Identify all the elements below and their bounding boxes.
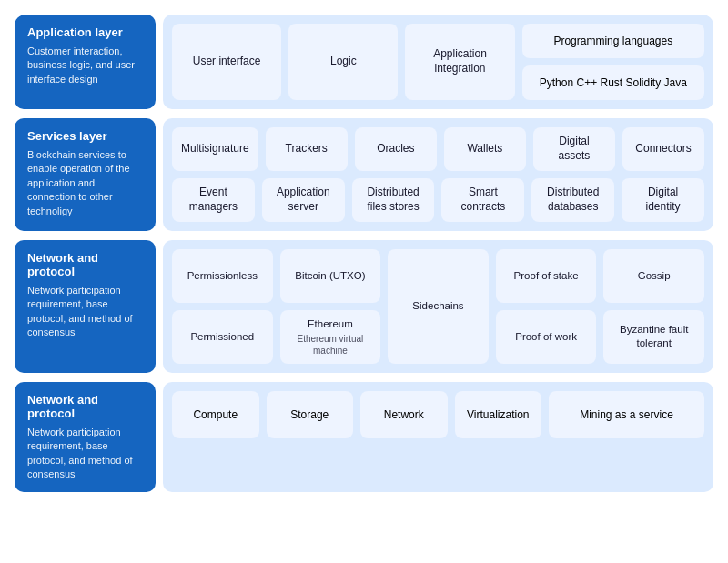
cell-virtualization: Virtualization — [455, 391, 542, 438]
cell-event-managers: Event managers — [172, 178, 255, 222]
services-row2: Event managers Application server Distri… — [172, 178, 704, 222]
services-layer-content: Multisignature Trackers Oracles Wallets … — [163, 118, 713, 231]
cell-ethereum: Ethereum Ethereum virtual machine — [280, 310, 381, 364]
network-protocol-title: Network and protocol — [27, 251, 143, 278]
application-layer-desc: Customer interaction, business logic, an… — [27, 45, 143, 86]
infrastructure-layer-content: Compute Storage Network Virtualization M… — [163, 382, 713, 493]
infrastructure-layer-row: Network and protocol Network participati… — [15, 382, 713, 493]
network-protocol-content: Permissionless Bitcoin (UTXO) Sidechains… — [163, 240, 713, 373]
cell-application-server: Application server — [262, 178, 345, 222]
cell-storage: Storage — [267, 391, 354, 438]
services-layer-desc: Blockchain services to enable operation … — [27, 148, 143, 218]
cell-ethereum-sub: Ethereum virtual machine — [286, 333, 376, 357]
cell-distributed-files: Distributed files stores — [352, 178, 435, 222]
cell-permissionless: Permissionless — [172, 249, 273, 303]
cell-mining-as-a-service: Mining as a service — [549, 391, 704, 438]
services-row1: Multisignature Trackers Oracles Wallets … — [172, 127, 704, 171]
cell-byzantine-fault: Byzantine fault tolerant — [603, 310, 704, 364]
infrastructure-layer-desc: Network participation requirement, base … — [27, 426, 143, 482]
blockchain-diagram: Application layer Customer interaction, … — [15, 15, 713, 501]
cell-logic: Logic — [288, 24, 398, 100]
network-protocol-layer-row: Network and protocol Network participati… — [15, 240, 713, 373]
cell-network: Network — [360, 391, 448, 438]
infrastructure-layer-label: Network and protocol Network participati… — [15, 382, 156, 493]
application-layer-label: Application layer Customer interaction, … — [15, 15, 156, 109]
cell-digital-assets: Digital assets — [533, 127, 615, 171]
cell-proof-of-work: Proof of work — [496, 310, 597, 364]
app-languages-container: Programming languages Python C++ Rust So… — [522, 24, 704, 100]
cell-wallets: Wallets — [444, 127, 526, 171]
cell-ethereum-main: Ethereum — [308, 317, 353, 331]
application-layer-row: Application layer Customer interaction, … — [15, 15, 713, 109]
network-protocol-grid: Permissionless Bitcoin (UTXO) Sidechains… — [172, 249, 704, 364]
services-layer-row: Services layer Blockchain services to en… — [15, 118, 713, 231]
cell-application-integration: Application integration — [405, 24, 514, 100]
cell-compute: Compute — [172, 391, 259, 438]
cell-multisignature: Multisignature — [172, 127, 258, 171]
application-layer-title: Application layer — [27, 25, 143, 39]
network-protocol-desc: Network participation requirement, base … — [27, 284, 143, 340]
cell-programming-languages: Programming languages — [522, 24, 704, 58]
cell-gossip: Gossip — [603, 249, 704, 303]
cell-user-interface: User interface — [172, 24, 281, 100]
cell-bitcoin-utxo: Bitcoin (UTXO) — [280, 249, 381, 303]
cell-proof-of-stake: Proof of stake — [496, 249, 597, 303]
cell-sidechains: Sidechains — [388, 249, 489, 364]
cell-oracles: Oracles — [355, 127, 437, 171]
services-layer-title: Services layer — [27, 129, 143, 143]
cell-language-list: Python C++ Rust Solidity Java — [522, 65, 704, 100]
network-protocol-label: Network and protocol Network participati… — [15, 240, 156, 373]
infrastructure-layer-title: Network and protocol — [27, 393, 143, 420]
cell-trackers: Trackers — [266, 127, 348, 171]
infrastructure-cells-row: Compute Storage Network Virtualization M… — [172, 391, 704, 438]
cell-permissioned: Permissioned — [172, 310, 273, 364]
cell-digital-identity: Digital identity — [622, 178, 704, 222]
application-layer-content: User interface Logic Application integra… — [163, 15, 713, 109]
cell-distributed-databases: Distributed databases — [531, 178, 614, 222]
cell-connectors: Connectors — [622, 127, 704, 171]
cell-smart-contracts: Smart contracts — [441, 178, 524, 222]
services-layer-label: Services layer Blockchain services to en… — [15, 118, 156, 231]
application-content-row: User interface Logic Application integra… — [172, 24, 704, 100]
